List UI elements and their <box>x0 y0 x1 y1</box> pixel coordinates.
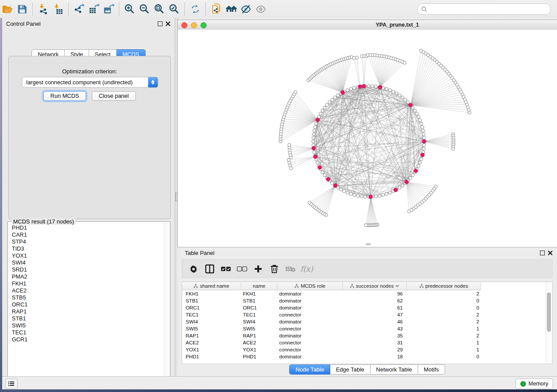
hide-selected-icon[interactable] <box>239 2 253 17</box>
mcds-result-item[interactable]: SWI4 <box>8 259 164 266</box>
close-panel-icon[interactable] <box>166 21 170 26</box>
table-row[interactable]: FKH1FKH1dominator962 <box>182 290 546 297</box>
float-panel-icon[interactable] <box>540 251 545 255</box>
table-row[interactable]: YOX1YOX1connector291 <box>182 346 546 353</box>
table-vscrollbar[interactable] <box>546 282 552 363</box>
mcds-result-item[interactable]: PHD1 <box>8 224 164 231</box>
table-cell: 1 <box>407 325 479 332</box>
mcds-node <box>358 85 362 89</box>
mcds-result-item[interactable]: TEC1 <box>8 329 164 336</box>
import-table-icon[interactable] <box>51 2 66 17</box>
run-mcds-button[interactable]: Run MCDS <box>43 91 86 101</box>
zoom-selected-icon[interactable] <box>167 2 182 17</box>
table-cell: 1 <box>407 339 479 346</box>
show-all-networks-icon[interactable] <box>224 2 239 17</box>
mcds-result-item[interactable]: SWI5 <box>8 322 164 329</box>
mcds-result-item[interactable]: CAR1 <box>8 231 164 238</box>
table-cell: PHD1 <box>243 353 276 360</box>
table-cell: FKH1 <box>243 290 276 297</box>
column-header-predecessor-nodes[interactable]: predecessor nodes <box>407 282 481 290</box>
memory-button[interactable]: Memory <box>515 378 553 389</box>
maximize-window-icon[interactable] <box>201 22 207 28</box>
table-vscroll-thumb[interactable] <box>547 292 551 332</box>
mcds-result-item[interactable]: TID3 <box>8 245 164 252</box>
export-image-icon[interactable] <box>101 2 116 17</box>
zoom-in-icon[interactable] <box>122 2 137 17</box>
table-row[interactable]: PHD1PHD1dominator180 <box>182 353 546 360</box>
show-column-icon[interactable] <box>204 263 216 275</box>
table-panel-titlebar: Table Panel <box>177 248 557 258</box>
network-window-titlebar[interactable]: YPA_prune.txt_1 <box>178 20 557 30</box>
memory-status-icon <box>520 381 526 387</box>
table-row[interactable]: SWI4SWI4dominator462 <box>182 318 546 325</box>
main-toolbar <box>0 0 557 18</box>
mcds-result-item[interactable]: GCR1 <box>8 336 164 343</box>
mcds-result-item[interactable]: SRD1 <box>8 266 164 273</box>
mcds-result-item[interactable]: ORC1 <box>8 301 164 308</box>
result-list-scrollbar[interactable] <box>164 222 170 383</box>
save-session-icon[interactable] <box>15 2 30 17</box>
mcds-node <box>362 84 366 88</box>
mcds-node <box>314 155 318 159</box>
mcds-result-item[interactable]: PMA2 <box>8 273 164 280</box>
tab-node-table[interactable]: Node Table <box>289 364 330 375</box>
network-canvas[interactable] <box>178 30 557 247</box>
table-panel: Table Panel f(x) shared namenameMCDS rol… <box>177 247 557 377</box>
close-window-icon[interactable] <box>181 22 187 28</box>
float-panel-icon[interactable] <box>158 21 163 26</box>
main-area: Control Panel NetworkStyleSelectMCDS Opt… <box>2 18 557 376</box>
mcds-result-item[interactable]: YOX1 <box>8 252 164 259</box>
table-row[interactable]: TEC1TEC1connector472 <box>182 311 546 318</box>
show-hidden-icon[interactable] <box>253 2 268 17</box>
table-row[interactable]: SWI5SWI5connector431 <box>182 325 546 332</box>
settings-gear-icon[interactable] <box>187 263 200 275</box>
tab-network-table[interactable]: Network Table <box>370 364 418 375</box>
close-panel-icon[interactable] <box>548 251 553 255</box>
table-row[interactable]: STB1STB1dominator620 <box>182 297 546 304</box>
refresh-layout-icon[interactable] <box>188 2 203 17</box>
function-builder-icon: f(x) <box>301 263 313 275</box>
open-session-icon[interactable] <box>0 2 15 17</box>
clear-selection-icon[interactable] <box>236 263 248 275</box>
import-network-icon[interactable] <box>36 2 51 17</box>
column-header-name[interactable]: name <box>241 282 277 290</box>
table-row[interactable]: ORC1ORC1dominator610 <box>182 304 546 311</box>
toolbar-separator <box>119 3 120 16</box>
node-table[interactable]: shared namenameMCDS rolesuccessor nodesp… <box>182 282 553 364</box>
close-panel-button[interactable]: Close panel <box>92 91 136 101</box>
table-row[interactable]: RAP1RAP1dominator352 <box>182 332 546 339</box>
export-network-icon[interactable] <box>72 2 86 17</box>
search-input[interactable] <box>430 6 547 13</box>
zoom-out-icon[interactable] <box>137 2 152 17</box>
tab-edge-table[interactable]: Edge Table <box>330 364 370 375</box>
mcds-result-item[interactable]: FKH1 <box>8 280 164 287</box>
table-row[interactable]: ACE2ACE2connector311 <box>182 339 546 346</box>
mcds-node <box>341 91 345 95</box>
mcds-result-item[interactable]: STB1 <box>8 315 164 322</box>
table-cell: SWI4 <box>243 318 276 325</box>
export-table-icon[interactable] <box>86 2 101 17</box>
network-graph[interactable] <box>178 30 557 247</box>
mcds-result-list[interactable]: PHD1CAR1STP4TID3YOX1SWI4SRD1PMA2FKH1ACE2… <box>8 224 164 381</box>
delete-column-icon[interactable] <box>268 263 280 275</box>
mcds-result-item[interactable]: ACE2 <box>8 287 164 294</box>
mcds-result-item[interactable]: STB5 <box>8 294 164 301</box>
add-column-icon[interactable] <box>252 263 264 275</box>
minimize-window-icon[interactable] <box>191 22 197 28</box>
zoom-fit-icon[interactable] <box>152 2 167 17</box>
select-all-icon[interactable] <box>220 263 232 275</box>
column-header-shared-name[interactable]: shared name <box>182 282 241 290</box>
clone-network-icon[interactable] <box>209 2 224 17</box>
optimization-criterion-select[interactable]: largest connected component (undirected) <box>22 77 158 88</box>
mcds-node <box>394 188 398 192</box>
column-header-successor-nodes[interactable]: successor nodes <box>343 282 407 290</box>
canvas-hscroll-thumb[interactable] <box>366 243 371 245</box>
search-box[interactable] <box>417 3 551 15</box>
control-panel-titlebar: Control Panel <box>2 18 175 29</box>
table-cell: RAP1 <box>186 332 238 339</box>
mcds-result-item[interactable]: RAP1 <box>8 308 164 315</box>
task-history-button[interactable] <box>5 378 17 389</box>
tab-motifs[interactable]: Motifs <box>418 364 445 375</box>
column-header-MCDS-role[interactable]: MCDS role <box>277 282 343 290</box>
mcds-result-item[interactable]: STP4 <box>8 238 164 245</box>
